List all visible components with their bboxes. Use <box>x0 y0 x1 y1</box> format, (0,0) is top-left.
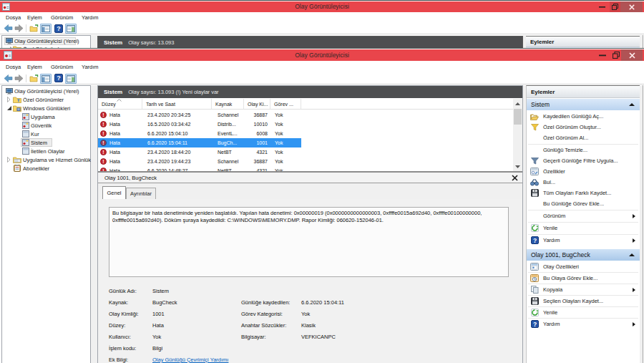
back-menu-eylem[interactable]: Eylem <box>27 12 42 23</box>
column-duzey[interactable]: Düzey <box>98 99 142 109</box>
event-row[interactable]: !Hata 16.5.2020 03:34:42 Distrib... 1001… <box>98 120 301 129</box>
action-open-saved-log[interactable]: Kaydedilen Günlüğü Aç... <box>527 111 640 122</box>
event-cell: 6.6.2020 15:04:11 <box>147 138 187 147</box>
expand-arrow-icon[interactable] <box>7 157 11 163</box>
section-title: Sistem <box>531 101 550 108</box>
forward-arrow-icon[interactable] <box>14 74 24 82</box>
action-import-custom-view[interactable]: Özel Görünüm Al... <box>527 132 640 143</box>
action-refresh-event[interactable]: Yenile <box>527 307 640 318</box>
open-saved-log-icon[interactable] <box>29 24 39 32</box>
back-minimize-button[interactable] <box>594 1 610 12</box>
back-titlebar[interactable]: Olay Görüntüleyicisi <box>0 1 644 12</box>
front-close-button[interactable] <box>621 49 643 61</box>
action-attach-task-to-log[interactable]: Bu Günlüğe Görev Ekle... <box>527 198 640 209</box>
list-column-headers: Düzey Tarih ve Saat Kaynak Olay Ki... Gö… <box>98 99 513 110</box>
online-help-link[interactable]: Olay Günlüğü Çevrimiçi Yardımı <box>152 357 228 363</box>
help-icon[interactable]: ? <box>54 24 63 33</box>
action-refresh[interactable]: Yenile <box>527 223 640 233</box>
svg-text:?: ? <box>532 321 536 328</box>
action-filter-current-log[interactable]: Geçerli Günlüğe Filtre Uygula... <box>527 155 640 166</box>
action-view[interactable]: Görünüm <box>527 210 640 221</box>
action-copy[interactable]: Kopyala <box>527 284 640 295</box>
event-row[interactable]: !Hata 23.4.2020 19:44:23 Schannel 36887 … <box>98 157 301 166</box>
menu-dosya[interactable]: Dosya <box>6 61 21 72</box>
console-tree-toggle-icon[interactable] <box>40 24 52 34</box>
collapse-expanded-icon[interactable] <box>6 105 12 111</box>
action-pane-toggle-icon[interactable] <box>65 74 77 84</box>
event-description[interactable]: Bu bilgisayar bir hata denetiminde yenid… <box>109 207 509 277</box>
expand-arrow-icon[interactable] <box>7 97 11 102</box>
scroll-down-button[interactable] <box>513 162 522 171</box>
back-menu-yardim[interactable]: Yardım <box>82 12 99 23</box>
action-properties[interactable]: Özellikler <box>527 166 640 177</box>
list-scrollbar[interactable] <box>513 99 522 171</box>
column-tarih[interactable]: Tarih ve Saat <box>142 99 212 109</box>
scroll-up-button[interactable] <box>513 99 522 108</box>
console-tree-toggle-icon[interactable] <box>40 74 52 84</box>
actions-section-event[interactable]: Olay 1001, BugCheck <box>527 249 640 261</box>
panel-splitter[interactable] <box>91 35 97 49</box>
tree-item-sistem[interactable]: Sistem <box>2 138 90 147</box>
action-create-custom-view[interactable]: Özel Görünüm Oluştur... <box>527 122 640 132</box>
event-cell: Yok <box>275 157 283 166</box>
column-olay-kimligi[interactable]: Olay Ki... <box>244 99 270 109</box>
tree-item-iletilen-olaylar[interactable]: İletilen Olaylar <box>2 147 90 155</box>
action-label: Özel Görünüm Oluştur... <box>543 124 601 130</box>
help-icon[interactable]: ? <box>54 74 63 82</box>
detail-close-icon[interactable] <box>512 175 518 181</box>
collapse-icon[interactable] <box>629 103 635 106</box>
action-event-properties[interactable]: Olay Özellikleri <box>527 261 640 272</box>
back-close-button[interactable] <box>620 1 643 12</box>
tree-item-windows-gunlukleri[interactable]: Windows Günlükleri <box>2 104 90 112</box>
tree-item-uygulama-hizmet[interactable]: Uygulama ve Hizmet Günlük <box>2 155 90 164</box>
back-menu-dosya[interactable]: Dosya <box>6 12 21 23</box>
forward-arrow-icon[interactable] <box>14 24 24 32</box>
action-help-event[interactable]: ? Yardım <box>527 319 640 329</box>
log-file-icon <box>22 122 29 129</box>
front-minimize-button[interactable] <box>595 49 610 61</box>
action-pane-toggle-icon[interactable] <box>65 24 77 34</box>
tree-item-uygulama[interactable]: Uygulama <box>2 112 90 121</box>
action-attach-task-to-event[interactable]: Bu Olaya Görev Ekle... <box>527 273 640 284</box>
tree-item-kur[interactable]: Kur <box>2 130 90 138</box>
level-label: Hata <box>109 140 120 145</box>
tree-item-ozel-gorunumler[interactable]: Özel Görünümler <box>2 95 90 104</box>
tree-item-label: Olay Görüntüleyicisi (Yerel) <box>14 88 79 95</box>
action-save-all-events[interactable]: Tüm Olayları Farklı Kaydet... <box>527 188 640 198</box>
event-row[interactable]: !Hata 23.4.2020 20:34:25 Schannel 36887 … <box>98 110 301 120</box>
back-arrow-icon[interactable] <box>4 74 13 82</box>
scroll-thumb[interactable] <box>514 109 522 125</box>
event-row[interactable]: !Hata 6.6.2020 14:48:27 NetBT 4321 Yok <box>98 166 301 171</box>
front-titlebar[interactable]: Olay Görüntüleyicisi <box>0 49 644 61</box>
tree-item-guvenlik[interactable]: Güvenlik <box>2 121 90 130</box>
event-row[interactable]: !Hata 23.4.2020 18:44:20 NetBT 4321 Yok <box>98 147 301 157</box>
back-toolbar: ? <box>0 23 644 34</box>
column-kaynak[interactable]: Kaynak <box>212 99 244 109</box>
action-clear-log[interactable]: Günlüğü Temizle... <box>527 145 640 155</box>
action-find[interactable]: Bul... <box>527 177 640 188</box>
collapse-icon[interactable] <box>629 253 635 256</box>
tab-genel[interactable]: Genel <box>102 186 126 199</box>
field-value: Olay Günlüğü Çevrimiçi Yardımı <box>152 357 228 363</box>
open-saved-log-icon[interactable] <box>29 74 39 82</box>
column-gorev[interactable]: Görev ... <box>270 99 301 109</box>
menu-eylem[interactable]: Eylem <box>27 61 42 72</box>
panel-splitter[interactable] <box>91 85 97 363</box>
field-value: BugCheck <box>152 299 177 306</box>
tree-root[interactable]: Olay Görüntüleyicisi (Yerel) <box>2 87 90 95</box>
back-menu-gorunum[interactable]: Görünüm <box>51 12 73 23</box>
tab-ayrintilar[interactable]: Ayrıntılar <box>126 188 156 199</box>
back-restore-button[interactable] <box>610 1 620 12</box>
event-row[interactable]: !Hata 6.6.2020 15:04:10 EventL... 6008 Y… <box>98 129 301 138</box>
menu-gorunum[interactable]: Görünüm <box>51 61 73 72</box>
action-save-selected-events[interactable]: Seçilen Olayları Kaydet... <box>527 296 640 306</box>
action-help[interactable]: ? Yardım <box>527 235 640 246</box>
actions-section-sistem[interactable]: Sistem <box>527 99 640 110</box>
menu-yardim[interactable]: Yardım <box>82 61 99 72</box>
tree-item-abonelikler[interactable]: Abonelikler <box>2 164 90 173</box>
event-cell: !Hata <box>100 110 120 120</box>
front-restore-button[interactable] <box>610 49 621 61</box>
level-label: Hata <box>109 131 120 136</box>
event-row-selected[interactable]: !Hata 6.6.2020 15:04:11 BugCh... 1001 Yo… <box>98 138 301 147</box>
back-arrow-icon[interactable] <box>4 24 13 32</box>
